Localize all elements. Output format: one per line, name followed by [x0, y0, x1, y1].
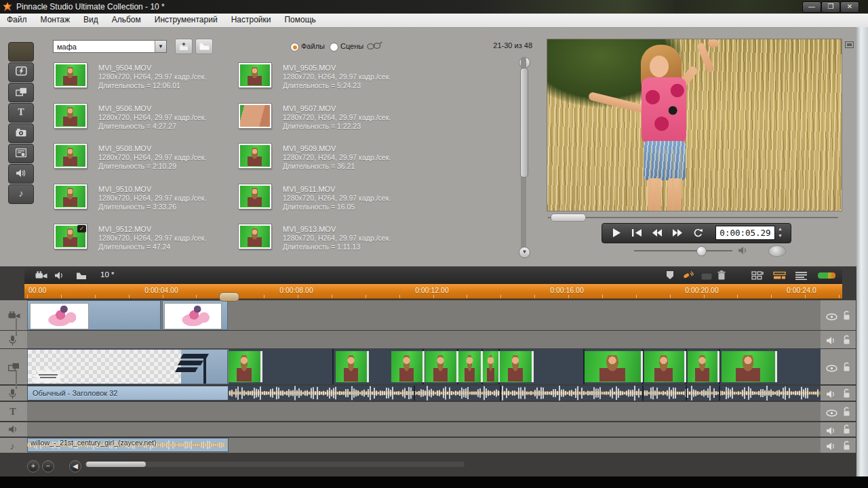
track-title[interactable] [27, 402, 821, 421]
file-name[interactable]: MVI_9509.MOV [283, 144, 336, 152]
fullscreen-icon[interactable] [845, 39, 854, 51]
sidebar-tab-transitions[interactable] [8, 62, 34, 82]
timecode-down-button[interactable]: ▼ [776, 232, 785, 239]
audio-meter-icon[interactable] [818, 272, 835, 279]
speaker-icon[interactable] [826, 426, 837, 438]
timecode-display[interactable]: 0:00:05.29 [715, 226, 775, 240]
lock-icon[interactable] [842, 424, 851, 437]
lock-icon[interactable] [842, 441, 851, 453]
scene-detect-button[interactable] [366, 41, 382, 53]
file-name[interactable]: MVI_9513.MOV [283, 225, 336, 233]
eye-icon[interactable] [826, 363, 837, 375]
clip-music[interactable]: willow_-_21st_century_girl_(zaycev.net) [27, 438, 229, 452]
preview-scrub-track[interactable] [548, 217, 838, 218]
preview-scrub-thumb[interactable] [551, 214, 586, 222]
clip-title[interactable]: Обычный - Заголовок 32 [27, 386, 229, 401]
lock-icon[interactable] [842, 310, 851, 323]
file-thumbnail[interactable]: ✓ [54, 224, 87, 249]
timeline-scrollbar-thumb[interactable] [86, 462, 146, 467]
sidebar-tab-titles[interactable]: T [8, 103, 34, 123]
file-thumbnail[interactable] [54, 184, 87, 209]
file-name[interactable]: MVI_9511.MOV [283, 185, 335, 193]
voiceover-icon[interactable] [682, 270, 694, 283]
zoom-out-button[interactable]: − [42, 460, 54, 472]
close-button[interactable]: ✕ [840, 1, 859, 13]
maximize-button[interactable]: ❐ [821, 1, 840, 13]
zoom-in-button[interactable]: + [27, 460, 39, 472]
greenscreen-thumbnail[interactable] [458, 351, 483, 382]
track-sound-effects[interactable] [27, 422, 821, 436]
menu-item-Вид[interactable]: Вид [77, 14, 105, 26]
greenscreen-thumbnail[interactable] [644, 351, 686, 382]
file-thumbnail[interactable] [54, 104, 87, 128]
preview-video[interactable] [547, 39, 842, 211]
lock-icon[interactable] [842, 407, 851, 420]
track-video-audio[interactable] [27, 331, 821, 348]
album-scroll-down-button[interactable]: ▼ [519, 247, 530, 258]
folder-up-button[interactable] [175, 39, 193, 54]
timeline-scrubber-handle[interactable] [219, 292, 239, 302]
clip-overlay-logo[interactable] [27, 349, 228, 384]
minimize-button[interactable]: — [802, 1, 821, 13]
lock-icon[interactable] [842, 335, 851, 348]
storyboard-view-icon[interactable] [751, 270, 764, 283]
speaker-icon[interactable] [826, 441, 837, 453]
greenscreen-thumbnail[interactable] [722, 351, 777, 382]
menu-item-Инструментарий[interactable]: Инструментарий [148, 14, 224, 26]
file-name[interactable]: MVI_9507.MOV [283, 104, 336, 113]
greenscreen-thumbnail[interactable] [500, 351, 534, 382]
menu-item-Монтаж[interactable]: Монтаж [34, 14, 77, 26]
step-back-button[interactable] [648, 226, 666, 239]
file-thumbnail[interactable] [239, 63, 271, 87]
go-to-start-button[interactable] [628, 226, 646, 239]
mute-button[interactable] [738, 245, 748, 258]
volume-slider-track[interactable] [634, 250, 732, 251]
speaker-icon[interactable] [826, 389, 837, 401]
greenscreen-thumbnail[interactable] [585, 351, 643, 382]
timeline-ruler[interactable]: 00.000:00:04.000:00:08.000:00:12.000:00:… [24, 284, 842, 299]
file-thumbnail[interactable] [54, 144, 87, 168]
list-view-icon[interactable] [795, 270, 808, 283]
step-forward-button[interactable] [669, 226, 686, 239]
file-name[interactable]: MVI_9505.MOV [283, 64, 336, 72]
greenscreen-thumbnail[interactable] [229, 351, 262, 382]
trash-icon[interactable] [717, 270, 726, 283]
greenscreen-thumbnail[interactable] [391, 351, 425, 382]
dvd-disc-button[interactable] [768, 245, 786, 257]
file-thumbnail[interactable] [239, 224, 271, 249]
dropdown-arrow-icon[interactable]: ▼ [155, 41, 166, 52]
eye-icon[interactable] [826, 311, 837, 323]
timeline-folder-icon[interactable] [76, 270, 87, 283]
clip-video-1[interactable] [27, 300, 161, 330]
greenscreen-thumbnail[interactable] [425, 351, 458, 382]
sidebar-tab-photos[interactable] [8, 123, 34, 143]
scroll-left-button[interactable]: ◀ [69, 460, 81, 472]
file-name[interactable]: MVI_9506.MOV [98, 104, 151, 113]
folder-dropdown[interactable]: мафа [53, 40, 167, 53]
clip-video-2[interactable] [162, 300, 228, 330]
marker-icon[interactable] [666, 270, 674, 283]
file-thumbnail[interactable] [239, 104, 271, 128]
menu-item-Файл[interactable]: Файл [0, 14, 34, 26]
timeline-camcorder-icon[interactable] [35, 270, 48, 283]
greenscreen-thumbnail[interactable] [483, 351, 500, 382]
greenscreen-thumbnail[interactable] [688, 351, 719, 382]
sidebar-tab-sound-effects[interactable] [8, 164, 34, 184]
radio-scenes[interactable] [330, 43, 338, 52]
menu-item-Помощь[interactable]: Помощь [277, 14, 322, 26]
radio-files[interactable] [290, 43, 299, 52]
album-scrollbar-thumb[interactable] [520, 68, 528, 178]
greenscreen-thumbnail[interactable] [336, 351, 369, 382]
file-name[interactable]: MVI_9508.MOV [98, 144, 151, 152]
timeline-view-icon[interactable] [773, 270, 786, 283]
sidebar-tab-music[interactable]: ♪ [8, 184, 34, 204]
menu-item-Альбом[interactable]: Альбом [105, 14, 148, 26]
file-thumbnail[interactable] [239, 144, 271, 168]
timecode-up-button[interactable]: ▲ [776, 226, 785, 232]
clip-overlay-audio-waveform[interactable] [229, 386, 821, 401]
timeline-speaker-icon[interactable] [54, 270, 65, 283]
file-name[interactable]: MVI_9512.MOV [98, 225, 151, 233]
lock-icon[interactable] [842, 388, 851, 401]
speaker-icon[interactable] [826, 336, 837, 348]
menu-item-Настройки[interactable]: Настройки [224, 14, 278, 26]
